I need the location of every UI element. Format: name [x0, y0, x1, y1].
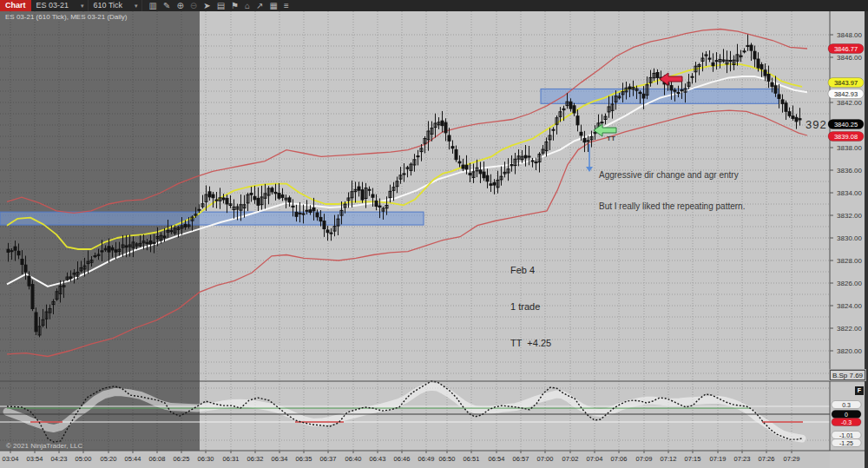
- time-axis-label: 07:06: [611, 455, 628, 463]
- instrument-selector-value: ES 03-21: [36, 0, 69, 11]
- time-axis-label: 06:49: [418, 455, 435, 463]
- time-axis-label: 06:25: [174, 455, 190, 463]
- price-axis-label: 3830.00: [837, 234, 862, 242]
- time-axis-label: 05:44: [125, 455, 141, 463]
- price-axis-label: 3838.00: [837, 144, 862, 152]
- time-axis-label: 06:34: [272, 455, 288, 463]
- time-axis-label: 06:43: [370, 455, 386, 463]
- time-axis-label: 06:46: [394, 455, 411, 463]
- instrument-selector[interactable]: ES 03-21 ▾: [33, 0, 89, 11]
- price-axis-label: 3822.00: [837, 325, 862, 333]
- chart-style-icon[interactable]: ▥: [149, 0, 157, 11]
- zoom-out-icon[interactable]: ⊖: [190, 0, 197, 11]
- time-axis-label: 06:50: [439, 455, 456, 463]
- time-axis-label: 07:04: [587, 455, 603, 463]
- time-axis-label: 03:54: [27, 455, 43, 463]
- osc-value2-badge-value: -1.25: [839, 440, 853, 446]
- report-icon[interactable]: ▤: [217, 0, 225, 11]
- zoom-in-icon[interactable]: ⊕: [176, 0, 183, 11]
- price-axis-label: 3824.00: [837, 302, 862, 310]
- time-axis-label: 06:35: [296, 455, 312, 463]
- time-axis-label: 07:29: [784, 455, 800, 463]
- period-selector[interactable]: 610 Tick ▾: [90, 0, 142, 11]
- price-axis-label: 3846.00: [837, 54, 862, 62]
- chevron-down-icon: ▾: [135, 0, 138, 11]
- time-axis-label: 03:04: [3, 455, 19, 463]
- time-axis-label: 06:32: [247, 455, 264, 463]
- time-axis-label: 07:09: [636, 455, 653, 463]
- lower-band-badge-value: 3839.08: [834, 133, 858, 141]
- price-axis-label: 3820.00: [837, 347, 862, 355]
- time-axis-label: 07:15: [685, 455, 701, 463]
- time-axis-label: 06:57: [513, 455, 529, 463]
- last-price-badge-value: 3840.25: [834, 121, 858, 129]
- grid-icon[interactable]: ▦: [269, 0, 277, 11]
- chart-toolbar: Chart ES 03-21 ▾ 610 Tick ▾ ▥✎⊕⊖➤▤⚑⌂↗▦≡: [0, 0, 868, 11]
- indicator-value-box: B.Sp 7.69: [830, 370, 865, 380]
- trend-icon[interactable]: ↗: [256, 0, 263, 11]
- time-axis-label: 04:23: [51, 455, 68, 463]
- flag-icon[interactable]: ⚑: [231, 0, 239, 11]
- time-axis-label: 07:00: [537, 455, 554, 463]
- home-icon[interactable]: ⌂: [245, 0, 250, 11]
- upper-band-badge-value: 3846.77: [834, 45, 858, 53]
- time-axis-label: 06:31: [223, 455, 240, 463]
- time-axis-label: 07:19: [710, 455, 727, 463]
- properties-icon[interactable]: ≡: [284, 0, 289, 11]
- price-axis-label: 3848.00: [837, 31, 862, 39]
- osc-lower-badge-value: -0.3: [841, 419, 852, 425]
- price-axis-label: 3826.00: [837, 280, 862, 287]
- price-axis-label: 3836.00: [837, 167, 862, 175]
- window-edge-strip: [865, 0, 868, 468]
- time-axis-label: 05:00: [76, 455, 92, 463]
- draw-icon[interactable]: ✎: [163, 0, 170, 11]
- toolbar-icons: ▥✎⊕⊖➤▤⚑⌂↗▦≡: [149, 0, 289, 11]
- time-axis-label: 06:54: [489, 455, 505, 463]
- pointer-icon[interactable]: ➤: [203, 0, 210, 11]
- time-axis-label: 06:37: [320, 455, 337, 463]
- period-selector-value: 610 Tick: [94, 0, 123, 11]
- price-axis-label: 3832.00: [837, 212, 862, 220]
- time-axis-label: 07:23: [734, 455, 751, 463]
- osc-zero-badge-value: 0: [845, 412, 848, 418]
- time-axis-label: 07:12: [661, 455, 677, 463]
- white-ma-badge-value: 3842.93: [834, 90, 858, 98]
- time-axis-label: 06:08: [149, 455, 166, 463]
- time-axis-label: 06:51: [464, 455, 480, 463]
- chevron-down-icon: ▾: [81, 0, 84, 11]
- yellow-ma-badge-value: 3843.97: [834, 79, 858, 87]
- time-axis-label: 05:20: [101, 455, 117, 463]
- time-axis-label: 07:02: [562, 455, 579, 463]
- price-axis-label: 3828.00: [837, 257, 862, 265]
- ninjatrader-chart-window: Chart ES 03-21 ▾ 610 Tick ▾ ▥✎⊕⊖➤▤⚑⌂↗▦≡ …: [0, 0, 868, 468]
- demand-zone[interactable]: [0, 212, 424, 225]
- price-axis-label: 3842.00: [837, 99, 862, 107]
- panel-features-button[interactable]: F: [855, 386, 864, 395]
- supply-zone[interactable]: [541, 89, 779, 103]
- price-axis-label: 3834.00: [837, 189, 862, 197]
- osc-upper-badge-value: 0.3: [842, 402, 851, 408]
- chart-tab[interactable]: Chart: [0, 0, 31, 11]
- osc-value1-badge-value: -1.01: [839, 432, 853, 438]
- time-axis-label: 07:26: [759, 455, 775, 463]
- time-axis-label: 06:40: [345, 455, 362, 463]
- time-axis-label: 06:30: [198, 455, 214, 463]
